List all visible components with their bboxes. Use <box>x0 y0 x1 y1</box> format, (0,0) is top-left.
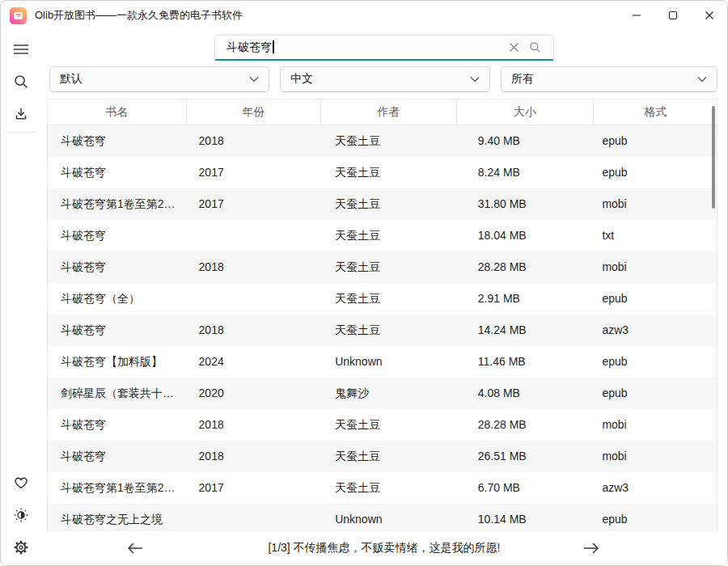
menu-button[interactable] <box>5 33 37 65</box>
table-header: 书名 年份 作者 大小 格式 <box>48 99 717 125</box>
cell-book: 斗破苍穹 <box>48 409 186 441</box>
cell-author: 天蚕土豆 <box>320 441 456 472</box>
prev-page-button[interactable] <box>119 536 151 560</box>
downloads-button[interactable] <box>5 98 37 130</box>
cell-year <box>186 283 321 315</box>
format-dropdown-value: 所有 <box>511 72 697 87</box>
cell-year <box>186 220 321 251</box>
sidebar <box>1 30 41 565</box>
cell-book: 斗破苍穹 <box>48 157 186 188</box>
search-icon <box>13 74 29 90</box>
filter-row: 默认 中文 所有 <box>41 66 727 92</box>
chevron-down-icon <box>249 76 259 82</box>
cell-format: mobi <box>593 188 717 220</box>
cell-year: 2018 <box>186 315 321 346</box>
settings-button[interactable] <box>5 531 37 564</box>
search-input[interactable]: 斗破苍穹 <box>214 35 554 61</box>
cell-size: 26.51 MB <box>456 441 594 472</box>
table-row[interactable]: 斗破苍穹2017天蚕土豆8.24 MBepub <box>48 157 717 188</box>
cell-author: 天蚕土豆 <box>320 251 456 283</box>
search-input-value: 斗破苍穹 <box>226 40 503 55</box>
theme-toggle-button[interactable] <box>5 499 37 531</box>
cell-year: 2017 <box>186 188 321 220</box>
close-button[interactable] <box>691 1 727 30</box>
cell-year: 2018 <box>186 125 321 157</box>
cell-author: 天蚕土豆 <box>320 188 456 220</box>
table-row[interactable]: 斗破苍穹2018天蚕土豆28.28 MBmobi <box>48 409 717 441</box>
header-book-title[interactable]: 书名 <box>48 99 186 125</box>
page-status-text: [1/3] 不传播焦虑，不贩卖情绪，这是我的所愿! <box>268 541 500 555</box>
language-dropdown-value: 中文 <box>290 72 470 87</box>
cell-year: 2018 <box>186 251 321 283</box>
cell-size: 4.08 MB <box>456 378 594 409</box>
cell-size: 10.14 MB <box>456 504 594 533</box>
close-icon <box>705 11 714 20</box>
header-author[interactable]: 作者 <box>320 99 456 125</box>
cell-author: 天蚕土豆 <box>320 472 456 504</box>
cell-book: 斗破苍穹 <box>48 125 186 157</box>
table-row[interactable]: 斗破苍穹【加料版】2024Unknown11.46 MBepub <box>48 346 717 378</box>
favorites-button[interactable] <box>5 467 37 499</box>
cell-format: mobi <box>593 251 717 283</box>
cell-year: 2024 <box>186 346 321 378</box>
vertical-scrollbar-thumb[interactable] <box>712 106 715 209</box>
cell-book: 斗破苍穹 <box>48 315 186 346</box>
cell-format: mobi <box>593 409 717 441</box>
cell-book: 斗破苍穹【加料版】 <box>48 346 186 378</box>
gear-icon <box>13 539 29 555</box>
language-dropdown[interactable]: 中文 <box>280 66 490 92</box>
table-row[interactable]: 斗破苍穹2018天蚕土豆28.28 MBmobi <box>48 251 717 283</box>
search-submit-button[interactable] <box>524 37 545 58</box>
cell-year: 2020 <box>186 378 321 409</box>
table-row[interactable]: 斗破苍穹天蚕土豆18.04 MBtxt <box>48 220 717 251</box>
heart-icon <box>13 475 29 491</box>
cell-book: 斗破苍穹之无上之境 <box>48 504 186 533</box>
main-area: 斗破苍穹 默认 中文 <box>41 30 727 565</box>
table-row[interactable]: 斗破苍穹第1卷至第2…2017天蚕土豆31.80 MBmobi <box>48 188 717 220</box>
pagination-footer: [1/3] 不传播焦虑，不贩卖情绪，这是我的所愿! <box>41 531 727 565</box>
table-row[interactable]: 斗破苍穹2018天蚕土豆9.40 MBepub <box>48 125 717 157</box>
brightness-icon <box>13 507 29 523</box>
minimize-button[interactable] <box>618 1 654 30</box>
table-row[interactable]: 斗破苍穹（全）天蚕土豆2.91 MBepub <box>48 283 717 315</box>
table-row[interactable]: 斗破苍穹2018天蚕土豆14.24 MBazw3 <box>48 315 717 346</box>
table-row[interactable]: 斗破苍穹2018天蚕土豆26.51 MBmobi <box>48 441 717 472</box>
header-format[interactable]: 格式 <box>593 99 717 125</box>
next-page-button[interactable] <box>575 536 607 560</box>
chevron-down-icon <box>470 76 480 82</box>
sort-dropdown-value: 默认 <box>60 72 249 87</box>
header-size[interactable]: 大小 <box>456 99 594 125</box>
clear-search-button[interactable] <box>503 37 524 58</box>
cell-size: 18.04 MB <box>456 220 594 251</box>
cell-book: 斗破苍穹 <box>48 251 186 283</box>
cell-author: Unknown <box>320 504 456 533</box>
table-row[interactable]: 斗破苍穹之无上之境Unknown10.14 MBepub <box>48 504 717 533</box>
cell-format: epub <box>593 283 717 315</box>
menu-icon <box>13 43 29 56</box>
cell-year: 2018 <box>186 441 321 472</box>
cell-book: 斗破苍穹第1卷至第2… <box>48 188 186 220</box>
header-year[interactable]: 年份 <box>186 99 321 125</box>
text-caret <box>273 40 274 53</box>
cell-author: 天蚕土豆 <box>320 315 456 346</box>
arrow-left-icon <box>125 541 145 555</box>
search-nav-button[interactable] <box>5 65 37 98</box>
cell-book: 斗破苍穹（全） <box>48 283 186 315</box>
cell-format: txt <box>593 220 717 251</box>
cell-format: epub <box>593 504 717 533</box>
cell-author: 天蚕土豆 <box>320 283 456 315</box>
sort-dropdown[interactable]: 默认 <box>49 66 269 92</box>
maximize-button[interactable] <box>654 1 691 30</box>
cell-size: 2.91 MB <box>456 283 594 315</box>
cell-format: epub <box>593 346 717 378</box>
cell-size: 28.28 MB <box>456 409 594 441</box>
cell-size: 31.80 MB <box>456 188 594 220</box>
table-row[interactable]: 斗破苍穹第1卷至第2…2017天蚕土豆6.70 MBazw3 <box>48 472 717 504</box>
format-dropdown[interactable]: 所有 <box>501 66 717 92</box>
cell-author: 天蚕土豆 <box>320 125 456 157</box>
cell-size: 28.28 MB <box>456 251 594 283</box>
table-row[interactable]: 剑碎星辰（套装共十…2020鬼舞沙4.08 MBepub <box>48 378 717 409</box>
table-body: 斗破苍穹2018天蚕土豆9.40 MBepub斗破苍穹2017天蚕土豆8.24 … <box>48 125 717 533</box>
arrow-right-icon <box>582 541 601 555</box>
minimize-icon <box>632 11 641 20</box>
